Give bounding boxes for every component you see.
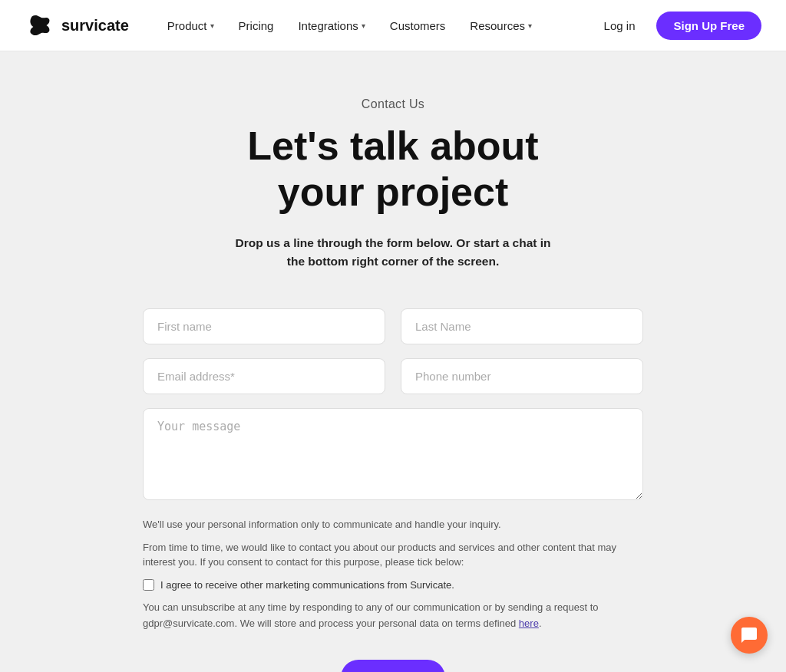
contact-form: We'll use your personal information only… bbox=[143, 308, 643, 672]
navbar: survicate Product ▾ Pricing Integrations… bbox=[0, 0, 786, 51]
contact-row bbox=[143, 358, 643, 394]
consent-notice: From time to time, we would like to cont… bbox=[143, 540, 643, 570]
login-button[interactable]: Log in bbox=[595, 13, 645, 38]
chat-icon bbox=[740, 626, 758, 644]
nav-item-pricing[interactable]: Pricing bbox=[228, 13, 285, 38]
submit-row: Send bbox=[143, 660, 643, 672]
page-title: Let's talk about your project bbox=[143, 124, 643, 216]
name-row bbox=[143, 308, 643, 344]
nav-actions: Log in Sign Up Free bbox=[595, 12, 761, 40]
consent-row: I agree to receive other marketing commu… bbox=[143, 578, 643, 593]
unsubscribe-text: You can unsubscribe at any time by respo… bbox=[143, 600, 643, 632]
signup-button[interactable]: Sign Up Free bbox=[656, 12, 761, 40]
message-row bbox=[143, 408, 643, 503]
first-name-field[interactable] bbox=[143, 308, 385, 344]
section-label: Contact Us bbox=[143, 97, 643, 111]
nav-item-integrations[interactable]: Integrations ▾ bbox=[287, 13, 375, 38]
main-content: Contact Us Let's talk about your project… bbox=[124, 51, 662, 672]
email-field[interactable] bbox=[143, 358, 385, 394]
logo-icon bbox=[25, 11, 54, 40]
message-field[interactable] bbox=[143, 408, 643, 500]
consent-checkbox[interactable] bbox=[143, 579, 154, 591]
chevron-down-icon: ▾ bbox=[528, 21, 532, 30]
privacy-text: We'll use your personal information only… bbox=[143, 517, 643, 532]
nav-item-product[interactable]: Product ▾ bbox=[157, 13, 225, 38]
logo-text: survicate bbox=[61, 17, 129, 35]
consent-label[interactable]: I agree to receive other marketing commu… bbox=[160, 578, 454, 593]
nav-item-resources[interactable]: Resources ▾ bbox=[459, 13, 543, 38]
here-link[interactable]: here bbox=[519, 618, 539, 629]
logo-link[interactable]: survicate bbox=[25, 11, 129, 40]
chat-bubble[interactable] bbox=[731, 617, 768, 654]
send-button[interactable]: Send bbox=[341, 660, 444, 672]
chevron-down-icon: ▾ bbox=[362, 21, 365, 30]
nav-item-customers[interactable]: Customers bbox=[379, 13, 457, 38]
last-name-field[interactable] bbox=[401, 308, 643, 344]
section-subtitle: Drop us a line through the form below. O… bbox=[143, 234, 643, 272]
chevron-down-icon: ▾ bbox=[210, 21, 214, 30]
phone-field[interactable] bbox=[401, 358, 643, 394]
nav-links: Product ▾ Pricing Integrations ▾ Custome… bbox=[157, 13, 595, 38]
